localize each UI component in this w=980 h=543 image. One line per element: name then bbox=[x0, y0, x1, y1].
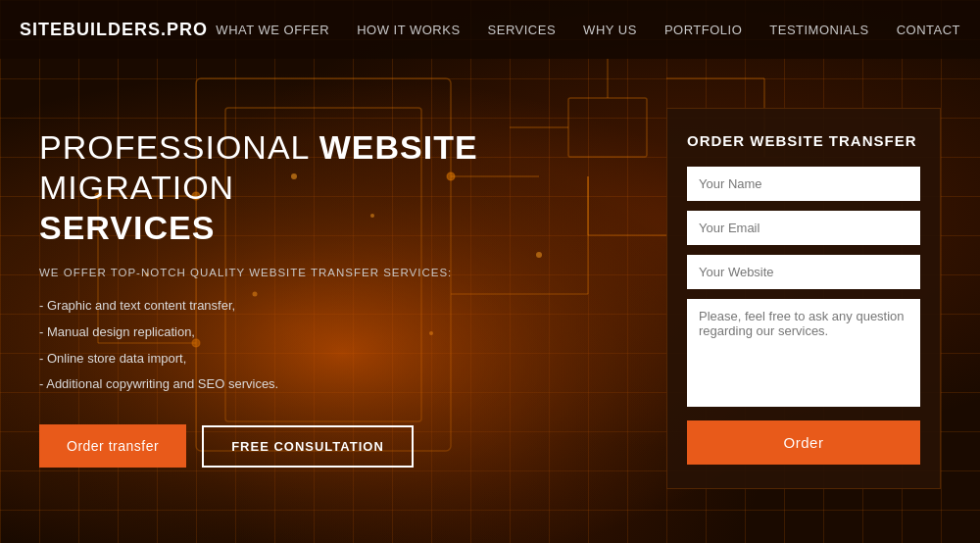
hero-title-part1: PROFESSIONAL bbox=[39, 128, 319, 166]
feature-1: - Graphic and text content transfer, bbox=[39, 294, 627, 319]
hero-title-part2: MIGRATION bbox=[39, 169, 234, 206]
order-transfer-button[interactable]: Order transfer bbox=[39, 424, 186, 468]
nav-item-how-it-works[interactable]: HOW IT WORKS bbox=[357, 23, 460, 37]
hero-features: - Graphic and text content transfer, - M… bbox=[39, 294, 627, 397]
feature-2: - Manual design replication, bbox=[39, 321, 627, 345]
nav-item-services[interactable]: SERVICES bbox=[488, 23, 557, 37]
submit-button[interactable]: Order bbox=[687, 420, 920, 465]
message-textarea[interactable] bbox=[687, 299, 920, 407]
hero-subtitle: WE OFFER TOP-NOTCH QUALITY WEBSITE TRANS… bbox=[39, 267, 627, 278]
hero-title-bold: WEBSITE bbox=[319, 128, 478, 166]
main-content: PROFESSIONAL WEBSITE MIGRATION SERVICES … bbox=[0, 59, 980, 543]
logo[interactable]: SITEBUILDERS.PRO bbox=[20, 20, 208, 40]
hero-title-line2: SERVICES bbox=[39, 209, 215, 246]
nav-item-why-us[interactable]: WHY US bbox=[583, 23, 637, 37]
navbar: SITEBUILDERS.PRO WHAT WE OFFER HOW IT WO… bbox=[0, 0, 980, 59]
hero-buttons: Order transfer FREE CONSULTATION bbox=[39, 424, 627, 468]
nav-item-contact[interactable]: CONTACT bbox=[897, 23, 960, 37]
hero-title: PROFESSIONAL WEBSITE MIGRATION SERVICES bbox=[39, 127, 627, 247]
feature-4: - Additional copywriting and SEO service… bbox=[39, 372, 627, 397]
form-title: ORDER WEBSITE TRANSFER bbox=[687, 132, 920, 149]
nav-item-what-we-offer[interactable]: WHAT WE OFFER bbox=[216, 23, 329, 37]
website-input[interactable] bbox=[687, 255, 920, 289]
order-form-panel: ORDER WEBSITE TRANSFER Order bbox=[666, 108, 941, 489]
nav-item-portfolio[interactable]: PORTFOLIO bbox=[664, 23, 742, 37]
feature-3: - Online store data import, bbox=[39, 347, 627, 371]
nav-item-testimonials[interactable]: TESTIMONIALS bbox=[769, 23, 868, 37]
nav-links: WHAT WE OFFER HOW IT WORKS SERVICES WHY … bbox=[216, 21, 960, 38]
free-consultation-button[interactable]: FREE CONSULTATION bbox=[202, 425, 414, 468]
email-input[interactable] bbox=[687, 211, 920, 245]
name-input[interactable] bbox=[687, 167, 920, 201]
hero-section: PROFESSIONAL WEBSITE MIGRATION SERVICES … bbox=[39, 108, 627, 468]
